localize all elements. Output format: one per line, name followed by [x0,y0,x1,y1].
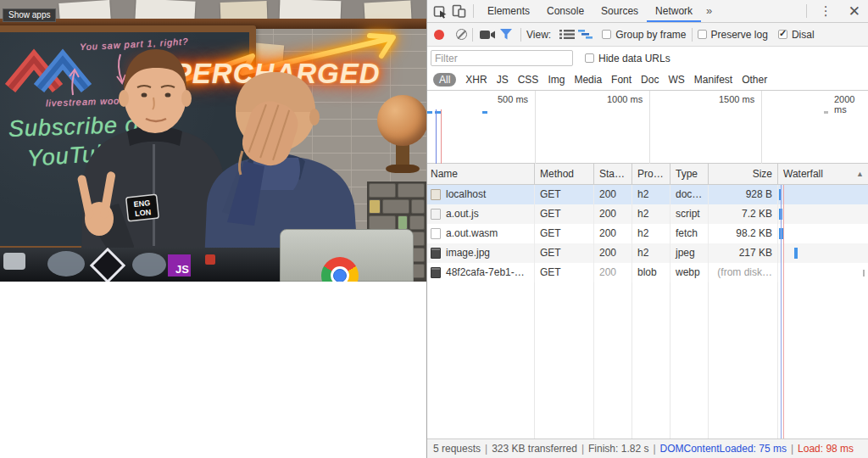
type-filter-css[interactable]: CSS [518,74,539,86]
preserve-log-label[interactable]: Preserve log [711,29,768,41]
requests-table-header: Name Method Sta… Pro… Type Size Waterfal… [427,164,868,185]
timeline-tick: 1500 ms [719,94,754,104]
requests-count: 5 requests [433,443,481,455]
timeline-load-line [441,109,442,164]
dom-content-loaded-time: DOMContentLoaded: 75 ms [660,443,787,455]
hoodie-patch-text: ENG [133,198,150,209]
video-scene: You saw part 1, right? livestream woo Su… [0,0,426,282]
type-filter-ws[interactable]: WS [668,74,684,86]
view-list-icon[interactable] [558,25,576,44]
column-header-status[interactable]: Sta… [594,164,632,184]
js-sticker: JS [168,254,191,276]
timeline-overview[interactable]: 500 ms 1000 ms 1500 ms 2000 ms [427,91,868,164]
clear-button[interactable] [456,29,467,40]
group-by-frame-label[interactable]: Group by frame [615,29,686,41]
filter-row: Hide data URLs [427,47,868,70]
hide-data-urls-checkbox[interactable] [585,53,594,63]
tab-elements[interactable]: Elements [479,0,538,22]
type-filter-media[interactable]: Media [574,74,602,86]
load-time: Load: 98 ms [798,443,854,455]
type-filter-other[interactable]: Other [742,74,767,86]
timeline-request-bar [482,111,487,114]
column-header-method[interactable]: Method [535,164,594,184]
hide-data-urls-label[interactable]: Hide data URLs [598,53,670,64]
view-waterfall-icon[interactable] [576,25,595,44]
type-filter-img[interactable]: Img [548,74,565,86]
devtools-tabbar: Elements Console Sources Network » ⋮ ✕ [427,0,868,23]
transferred-size: 323 KB transferred [492,443,577,455]
timeline-tick: 500 ms [498,94,528,104]
table-row[interactable]: image.jpg GET 200 h2 jpeg 217 KB [427,243,868,263]
view-label: View: [526,29,551,41]
network-status-bar: 5 requests | 323 KB transferred | Finish… [427,438,868,458]
laptop-right [280,229,414,282]
column-header-waterfall[interactable]: Waterfall ▲ [778,164,868,184]
group-by-frame-checkbox[interactable] [602,30,611,39]
table-row[interactable]: 48f2cafa-7eb1-… GET 200 blob webp (from … [427,263,868,282]
type-filter-font[interactable]: Font [611,74,632,86]
column-header-type[interactable]: Type [670,164,709,184]
screenshot-capture-icon[interactable] [478,25,497,44]
timeline-request-bar [427,111,432,114]
table-row[interactable]: localhost GET 200 h2 doc… 928 B [427,185,868,204]
sticker [132,253,166,276]
chrome-logo [321,257,359,282]
type-filter-js[interactable]: JS [497,74,509,86]
show-apps-tooltip: Show apps [3,8,56,22]
timeline-tick: 1000 ms [607,94,643,104]
type-filter-doc[interactable]: Doc [641,74,659,86]
table-row[interactable]: a.out.wasm GET 200 h2 fetch 98.2 KB [427,224,868,243]
column-header-name[interactable]: Name [427,164,535,184]
tab-console[interactable]: Console [538,0,593,22]
sticker [3,253,25,270]
type-filter-xhr[interactable]: XHR [465,74,487,86]
column-header-size[interactable]: Size [709,164,778,184]
waterfall-load-line [783,185,784,438]
network-toolbar: View: Group by frame Preserve log [427,23,868,47]
inspect-element-button[interactable] [431,2,449,20]
timeline-request-bar [824,111,828,114]
tab-network[interactable]: Network [647,0,701,22]
more-tabs-chevron[interactable]: » [701,0,717,22]
devtools-menu-icon[interactable]: ⋮ [812,3,840,19]
hoodie-patch-text: LON [135,208,152,218]
tab-sources[interactable]: Sources [593,0,647,22]
column-header-protocol[interactable]: Pro… [632,164,670,184]
type-filter-bar: All XHR JS CSS Img Media Font Doc WS Man… [427,70,868,91]
sticker [47,251,85,276]
table-empty-area [427,282,868,438]
disable-cache-checkbox[interactable] [778,30,787,39]
type-filter-manifest[interactable]: Manifest [694,74,732,86]
table-row[interactable]: a.out.js GET 200 h2 script 7.2 KB [427,204,868,224]
finish-time: Finish: 1.82 s [588,443,648,455]
record-button[interactable] [434,30,444,40]
document-icon [431,228,441,239]
laptop-left: JS [0,248,281,282]
requests-table-body: localhost GET 200 h2 doc… 928 B a.out.js… [427,185,868,282]
timeline-dcl-line [436,109,437,164]
document-icon [431,209,441,220]
device-toolbar-button[interactable] [449,2,468,20]
diamond-sticker [90,248,125,282]
sort-indicator-icon: ▲ [856,164,864,184]
waterfall-dcl-line [781,185,782,438]
filter-funnel-icon[interactable] [497,25,515,44]
filter-input[interactable] [431,50,573,66]
document-icon [431,189,441,200]
waterfall-bar [863,270,865,276]
red-sticker [205,254,215,265]
screenshot-root: You saw part 1, right? livestream woo Su… [0,0,868,458]
image-preview-icon [431,267,441,278]
devtools-panel: Elements Console Sources Network » ⋮ ✕ [426,0,868,458]
close-devtools-icon[interactable]: ✕ [840,3,868,20]
type-filter-all[interactable]: All [433,73,456,87]
image-preview-icon [431,248,441,259]
timeline-tick: 2000 ms [834,94,868,114]
presenter-left: ENG LON [77,49,227,282]
disable-cache-label[interactable]: Disal [792,29,815,41]
preserve-log-checkbox[interactable] [698,30,707,39]
waterfall-bar [794,248,798,259]
